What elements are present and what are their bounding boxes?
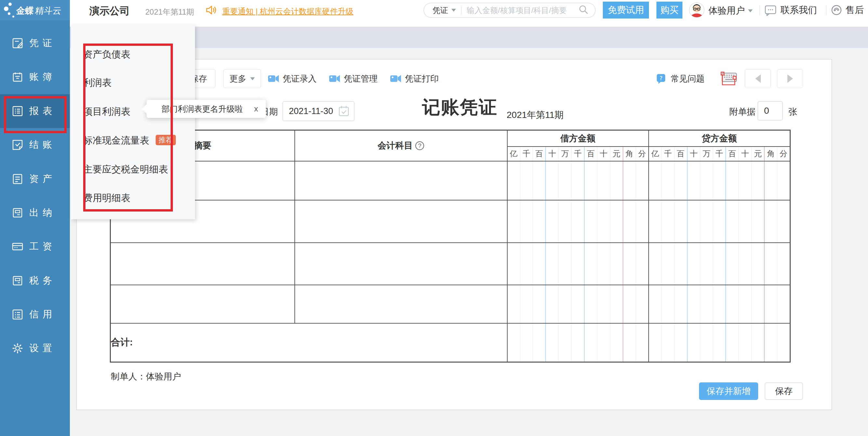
amount-cell[interactable] (507, 161, 520, 200)
sidebar-item-cashier[interactable]: 出纳 (0, 196, 70, 230)
amount-cell[interactable] (623, 161, 636, 200)
sidebar-item-salary[interactable]: 工资 (0, 230, 70, 263)
close-icon[interactable]: x (254, 104, 258, 114)
amount-cell[interactable] (674, 161, 687, 200)
amount-cell[interactable] (713, 200, 726, 243)
amount-cell[interactable] (597, 243, 610, 285)
amount-cell[interactable] (687, 161, 700, 200)
sidebar-item-reports[interactable]: 报表 (0, 94, 70, 128)
amount-cell[interactable] (546, 161, 559, 200)
free-trial-button[interactable]: 免费试用 (603, 2, 649, 19)
account-cell[interactable] (295, 161, 507, 200)
amount-cell[interactable] (739, 161, 752, 200)
amount-cell[interactable] (597, 161, 610, 200)
amount-cell[interactable] (623, 200, 636, 243)
amount-cell[interactable] (661, 200, 674, 243)
sidebar-item-closing[interactable]: 结账 (0, 128, 70, 162)
amount-cell[interactable] (533, 161, 546, 200)
amount-cell[interactable] (571, 200, 584, 243)
amount-cell[interactable] (546, 285, 559, 323)
amount-cell[interactable] (726, 243, 739, 285)
amount-cell[interactable] (559, 243, 571, 285)
faq-link[interactable]: ? 常见问题 (656, 69, 705, 88)
save-button[interactable]: 保存 (765, 382, 803, 400)
amount-cell[interactable] (726, 285, 739, 323)
amount-cell[interactable] (751, 285, 764, 323)
amount-cell[interactable] (700, 161, 713, 200)
amount-cell[interactable] (610, 161, 623, 200)
amount-cell[interactable] (649, 200, 662, 243)
sidebar-item-ledger[interactable]: 账簿 (0, 60, 70, 94)
amount-cell[interactable] (520, 200, 533, 243)
amount-cell[interactable] (649, 243, 662, 285)
contact-us-link[interactable]: 联系我们 (764, 4, 817, 16)
user-menu[interactable]: 体验用户 (708, 4, 753, 17)
amount-cell[interactable] (777, 161, 790, 200)
next-voucher-button[interactable] (777, 69, 803, 88)
search-icon[interactable] (578, 4, 589, 17)
app-logo[interactable]: 金蝶精斗云 (0, 0, 70, 20)
account-cell[interactable] (295, 200, 507, 243)
amount-cell[interactable] (764, 200, 777, 243)
keyboard-shortcut-icon[interactable] (719, 70, 738, 87)
amount-cell[interactable] (674, 200, 687, 243)
amount-cell[interactable] (533, 285, 546, 323)
amount-cell[interactable] (571, 161, 584, 200)
amount-cell[interactable] (584, 243, 597, 285)
video-link-voucher-entry[interactable]: 凭证录入 (268, 73, 316, 85)
menu-item-tax-detail[interactable]: 主要应交税金明细表 (71, 162, 195, 177)
menu-item-expense-detail[interactable]: 费用明细表 (71, 191, 195, 205)
amount-cell[interactable] (713, 161, 726, 200)
amount-cell[interactable] (764, 285, 777, 323)
amount-cell[interactable] (739, 285, 752, 323)
amount-cell[interactable] (520, 161, 533, 200)
amount-cell[interactable] (661, 161, 674, 200)
amount-cell[interactable] (597, 200, 610, 243)
amount-cell[interactable] (623, 285, 636, 323)
account-cell[interactable] (295, 243, 507, 285)
amount-cell[interactable] (520, 285, 533, 323)
video-link-voucher-print[interactable]: 凭证打印 (390, 73, 439, 85)
amount-cell[interactable] (636, 285, 649, 323)
amount-cell[interactable] (687, 285, 700, 323)
amount-cell[interactable] (674, 243, 687, 285)
amount-cell[interactable] (636, 161, 649, 200)
amount-cell[interactable] (700, 243, 713, 285)
amount-cell[interactable] (764, 243, 777, 285)
amount-cell[interactable] (533, 243, 546, 285)
amount-cell[interactable] (687, 243, 700, 285)
search-input[interactable] (467, 6, 578, 15)
amount-cell[interactable] (636, 200, 649, 243)
more-button[interactable]: 更多 (223, 69, 261, 88)
amount-cell[interactable] (559, 285, 571, 323)
amount-cell[interactable] (764, 161, 777, 200)
amount-cell[interactable] (636, 243, 649, 285)
amount-cell[interactable] (584, 161, 597, 200)
amount-cell[interactable] (584, 285, 597, 323)
amount-cell[interactable] (713, 285, 726, 323)
menu-item-balance-sheet[interactable]: 资产负债表 (71, 47, 195, 61)
sidebar-item-voucher[interactable]: 凭证 (0, 26, 70, 60)
amount-cell[interactable] (546, 200, 559, 243)
amount-cell[interactable] (533, 200, 546, 243)
amount-cell[interactable] (777, 285, 790, 323)
amount-cell[interactable] (571, 243, 584, 285)
amount-cell[interactable] (777, 243, 790, 285)
amount-cell[interactable] (713, 243, 726, 285)
sidebar-item-credit[interactable]: 信用 (0, 298, 70, 332)
amount-cell[interactable] (623, 243, 636, 285)
amount-cell[interactable] (610, 285, 623, 323)
amount-cell[interactable] (726, 161, 739, 200)
amount-cell[interactable] (661, 243, 674, 285)
amount-cell[interactable] (739, 200, 752, 243)
sidebar-item-settings[interactable]: 设置 (0, 332, 70, 365)
amount-cell[interactable] (546, 243, 559, 285)
video-link-voucher-manage[interactable]: 凭证管理 (329, 73, 378, 85)
summary-cell[interactable] (111, 243, 295, 285)
amount-cell[interactable] (507, 243, 520, 285)
amount-cell[interactable] (610, 243, 623, 285)
amount-cell[interactable] (507, 200, 520, 243)
previous-voucher-button[interactable] (745, 69, 771, 88)
amount-cell[interactable] (610, 200, 623, 243)
amount-cell[interactable] (726, 200, 739, 243)
